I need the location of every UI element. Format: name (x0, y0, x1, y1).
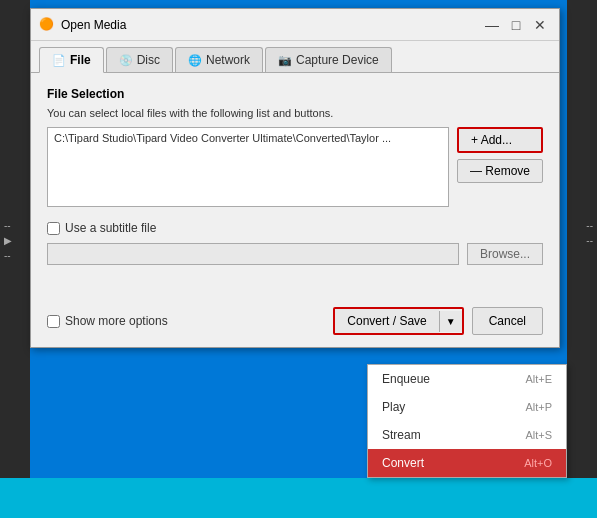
dialog-title: Open Media (61, 18, 126, 32)
dropdown-play[interactable]: Play Alt+P (368, 393, 566, 421)
dropdown-stream[interactable]: Stream Alt+S (368, 421, 566, 449)
tab-disc[interactable]: 💿 Disc (106, 47, 173, 72)
file-tab-icon: 📄 (52, 54, 66, 67)
subtitle-label-text: Use a subtitle file (65, 221, 156, 235)
convert-dropdown-menu: Enqueue Alt+E Play Alt+P Stream Alt+S Co… (367, 364, 567, 478)
subtitle-file-input[interactable] (47, 243, 459, 265)
title-buttons: — □ ✕ (481, 14, 551, 36)
tab-network-label: Network (206, 53, 250, 67)
show-more-label[interactable]: Show more options (47, 314, 168, 328)
file-list[interactable]: C:\Tipard Studio\Tipard Video Converter … (47, 127, 449, 207)
remove-button[interactable]: — Remove (457, 159, 543, 183)
close-button[interactable]: ✕ (529, 14, 551, 36)
dialog-footer: Show more options Convert / Save ▼ Cance… (31, 299, 559, 347)
file-area: C:\Tipard Studio\Tipard Video Converter … (47, 127, 543, 207)
vlc-right-sidebar: -- -- (567, 0, 597, 518)
play-shortcut: Alt+P (525, 401, 552, 413)
convert-save-button[interactable]: Convert / Save (335, 309, 438, 333)
tab-network[interactable]: 🌐 Network (175, 47, 263, 72)
file-selection-desc: You can select local files with the foll… (47, 107, 543, 119)
open-media-dialog: 🟠 Open Media — □ ✕ 📄 File 💿 Disc 🌐 Netwo… (30, 8, 560, 348)
play-label: Play (382, 400, 405, 414)
show-more-text: Show more options (65, 314, 168, 328)
tab-bar: 📄 File 💿 Disc 🌐 Network 📷 Capture Device (31, 41, 559, 73)
enqueue-shortcut: Alt+E (525, 373, 552, 385)
show-more-checkbox[interactable] (47, 315, 60, 328)
tab-disc-label: Disc (137, 53, 160, 67)
tab-file-label: File (70, 53, 91, 67)
disc-tab-icon: 💿 (119, 54, 133, 67)
vlc-icon: 🟠 (39, 17, 55, 33)
subtitle-row: Use a subtitle file (47, 221, 543, 235)
network-tab-icon: 🌐 (188, 54, 202, 67)
enqueue-label: Enqueue (382, 372, 430, 386)
convert-save-dropdown-button[interactable]: ▼ (439, 311, 462, 332)
tab-file[interactable]: 📄 File (39, 47, 104, 73)
right-arrow2-icon: -- (586, 235, 593, 246)
vlc-left-sidebar: -- ▶ -- (0, 0, 30, 518)
dropdown-enqueue[interactable]: Enqueue Alt+E (368, 365, 566, 393)
left-arrow2-icon: -- (4, 250, 12, 261)
subtitle-input-row: Browse... (47, 243, 543, 265)
tab-capture-label: Capture Device (296, 53, 379, 67)
tab-capture[interactable]: 📷 Capture Device (265, 47, 392, 72)
side-controls-left: -- ▶ -- (4, 220, 12, 261)
subtitle-checkbox[interactable] (47, 222, 60, 235)
cancel-button[interactable]: Cancel (472, 307, 543, 335)
file-path-text: C:\Tipard Studio\Tipard Video Converter … (54, 132, 391, 144)
minimize-button[interactable]: — (481, 14, 503, 36)
dialog-content: File Selection You can select local file… (31, 73, 559, 299)
subtitle-checkbox-label[interactable]: Use a subtitle file (47, 221, 156, 235)
dropdown-convert[interactable]: Convert Alt+O (368, 449, 566, 477)
capture-tab-icon: 📷 (278, 54, 292, 67)
taskbar (0, 478, 597, 518)
maximize-button[interactable]: □ (505, 14, 527, 36)
side-controls-right: -- -- (586, 220, 593, 246)
left-arrow-icon: -- (4, 220, 12, 231)
browse-button[interactable]: Browse... (467, 243, 543, 265)
convert-save-button-group: Convert / Save ▼ (333, 307, 463, 335)
stream-label: Stream (382, 428, 421, 442)
add-button[interactable]: + Add... (457, 127, 543, 153)
title-bar: 🟠 Open Media — □ ✕ (31, 9, 559, 41)
stream-shortcut: Alt+S (525, 429, 552, 441)
title-bar-left: 🟠 Open Media (39, 17, 126, 33)
play-icon: ▶ (4, 235, 12, 246)
footer-right: Convert / Save ▼ Cancel (333, 307, 543, 335)
convert-label: Convert (382, 456, 424, 470)
file-selection-title: File Selection (47, 87, 543, 101)
file-buttons: + Add... — Remove (457, 127, 543, 207)
convert-shortcut: Alt+O (524, 457, 552, 469)
right-arrow-icon: -- (586, 220, 593, 231)
